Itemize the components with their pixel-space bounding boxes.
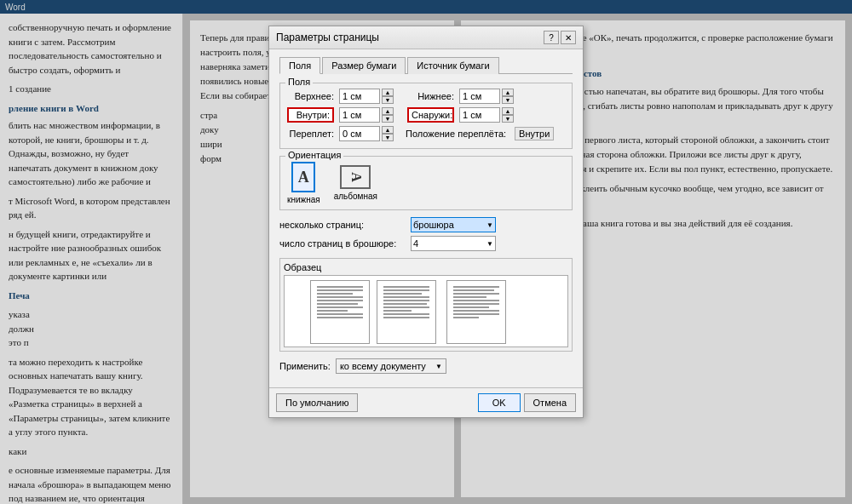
portrait-letter: A: [298, 169, 309, 186]
portrait-icon: A: [291, 162, 315, 192]
neskolko-label: несколько страниц:: [279, 220, 407, 230]
nizhnee-input-group: ▲ ▼: [459, 89, 514, 104]
verhnee-input-group: ▲ ▼: [339, 89, 394, 104]
orientation-portrait[interactable]: A книжная: [287, 162, 320, 204]
sample-image: [284, 275, 568, 347]
landscape-letter: A: [348, 172, 363, 182]
apply-row: Применить: ко всему документу ▼: [279, 358, 573, 374]
apply-arrow: ▼: [435, 363, 442, 370]
landscape-icon: A: [340, 165, 371, 189]
nizhnee-input[interactable]: [459, 89, 500, 104]
tab-paper-source[interactable]: Источник бумаги: [407, 57, 498, 74]
chislo-value: 4: [413, 238, 418, 249]
pereplet-spin: ▲ ▼: [382, 126, 394, 141]
snaruzhi-spin: ▲ ▼: [502, 107, 514, 123]
nizhnee-label: Нижнее:: [407, 91, 454, 101]
pereplet-up[interactable]: ▲: [382, 126, 394, 134]
pereplet-pos-value: Внутри: [515, 127, 554, 140]
pereplet-pos-label: Положение переплёта:: [406, 129, 506, 139]
nizhnee-up[interactable]: ▲: [502, 89, 514, 96]
cancel-button[interactable]: Отмена: [524, 393, 576, 412]
vnutri-input-group: ▲ ▼: [339, 107, 394, 123]
nizhnee-spin: ▲ ▼: [502, 89, 514, 104]
neskolko-value: брошюра: [413, 220, 454, 230]
verhnee-down[interactable]: ▼: [382, 96, 394, 104]
chislo-row: число страниц в брошюре: 4 ▼: [279, 236, 573, 251]
ok-button[interactable]: OK: [478, 393, 521, 412]
chislo-select[interactable]: 4 ▼: [411, 236, 496, 251]
dialog-controls: ? ✕: [544, 31, 576, 44]
neskolko-arrow: ▼: [486, 221, 493, 229]
snaruzhi-input[interactable]: [459, 107, 500, 123]
chislo-label: число страниц в брошюре:: [279, 238, 407, 249]
pola-section-title: Поля: [285, 77, 313, 87]
orientation-landscape[interactable]: A альбомная: [334, 165, 377, 201]
orientation-options: A книжная A альбомная: [287, 162, 565, 204]
pereplet-label: Переплет:: [287, 129, 334, 139]
page-settings-dialog: Параметры страницы ? ✕ Поля Размер бумаг…: [268, 26, 584, 418]
apply-label: Применить:: [279, 361, 331, 371]
pereplet-input-group: ▲ ▼: [339, 126, 394, 141]
portrait-label: книжная: [287, 195, 320, 204]
vnutri-up[interactable]: ▲: [382, 107, 394, 115]
pages-section: несколько страниц: брошюра ▼ число стран…: [279, 217, 573, 251]
sample-box: Образец: [279, 258, 573, 352]
verhnee-label: Верхнее:: [287, 91, 334, 101]
orientation-section: Ориентация A книжная A альбомная: [279, 156, 573, 210]
snaruzhi-input-group: ▲ ▼: [459, 107, 514, 123]
dialog-bottom-row: По умолчанию OK Отмена: [269, 387, 583, 417]
verhnee-nizhnee-row: Верхнее: ▲ ▼ Нижнее: ▲ ▼: [287, 89, 565, 104]
vnutri-input[interactable]: [339, 107, 380, 123]
snaruzhi-label: Снаружи:: [407, 107, 454, 123]
vnutri-spin: ▲ ▼: [382, 107, 394, 123]
pereplet-row: Переплет: ▲ ▼ Положение переплёта: Внутр…: [287, 126, 565, 141]
neskolko-row: несколько страниц: брошюра ▼: [279, 217, 573, 232]
dialog-close-button[interactable]: ✕: [561, 31, 576, 44]
nizhnee-down[interactable]: ▼: [502, 96, 514, 104]
snaruzhi-down[interactable]: ▼: [502, 115, 514, 123]
sample-page-left: [310, 280, 370, 344]
verhnee-up[interactable]: ▲: [382, 89, 394, 96]
neskolko-select[interactable]: брошюра ▼: [411, 217, 496, 232]
dialog-help-button[interactable]: ?: [544, 31, 559, 44]
pola-section: Поля Верхнее: ▲ ▼ Нижнее:: [279, 83, 573, 149]
dialog-title: Параметры страницы: [276, 32, 379, 43]
sample-page-right: [377, 280, 436, 344]
pereplet-down[interactable]: ▼: [382, 134, 394, 141]
dialog-titlebar: Параметры страницы ? ✕: [269, 26, 583, 49]
sample-page-3: [446, 280, 506, 344]
vnutri-snaruzhi-row: Внутри: ▲ ▼ Снаружи: ▲ ▼: [287, 107, 565, 123]
dialog-overlay: Параметры страницы ? ✕ Поля Размер бумаг…: [0, 0, 852, 504]
verhnee-spin: ▲ ▼: [382, 89, 394, 104]
verhnee-input[interactable]: [339, 89, 380, 104]
apply-select[interactable]: ко всему документу ▼: [336, 358, 446, 374]
dialog-tabs: Поля Размер бумаги Источник бумаги: [279, 56, 573, 74]
vnutri-label: Внутри:: [287, 107, 334, 123]
sample-label: Образец: [284, 262, 568, 272]
tab-paper-size[interactable]: Размер бумаги: [322, 57, 406, 74]
pereplet-input[interactable]: [339, 126, 380, 141]
dialog-body: Поля Размер бумаги Источник бумаги Поля …: [269, 49, 583, 387]
ok-cancel-group: OK Отмена: [478, 393, 576, 412]
default-button[interactable]: По умолчанию: [276, 393, 358, 412]
orientation-section-title: Ориентация: [285, 150, 343, 160]
apply-value: ко всему документу: [340, 361, 426, 371]
landscape-label: альбомная: [334, 192, 377, 201]
vnutri-down[interactable]: ▼: [382, 115, 394, 123]
tab-pola[interactable]: Поля: [279, 57, 320, 74]
chislo-arrow: ▼: [486, 240, 493, 248]
snaruzhi-up[interactable]: ▲: [502, 107, 514, 115]
